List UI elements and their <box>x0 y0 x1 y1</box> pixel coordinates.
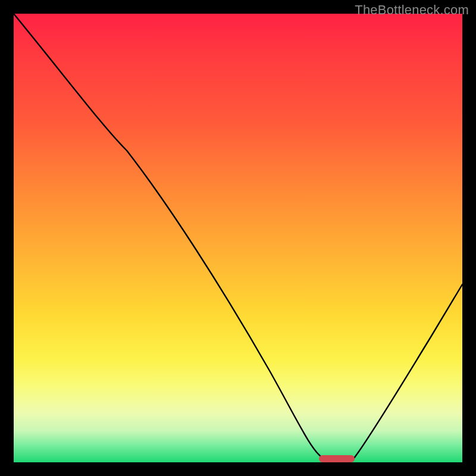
chart-frame: TheBottleneck.com <box>0 0 476 476</box>
curve-layer <box>14 14 462 462</box>
bottleneck-curve <box>14 14 462 458</box>
watermark-text: TheBottleneck.com <box>355 2 469 18</box>
plot-area <box>14 14 462 462</box>
optimum-marker <box>319 455 355 462</box>
